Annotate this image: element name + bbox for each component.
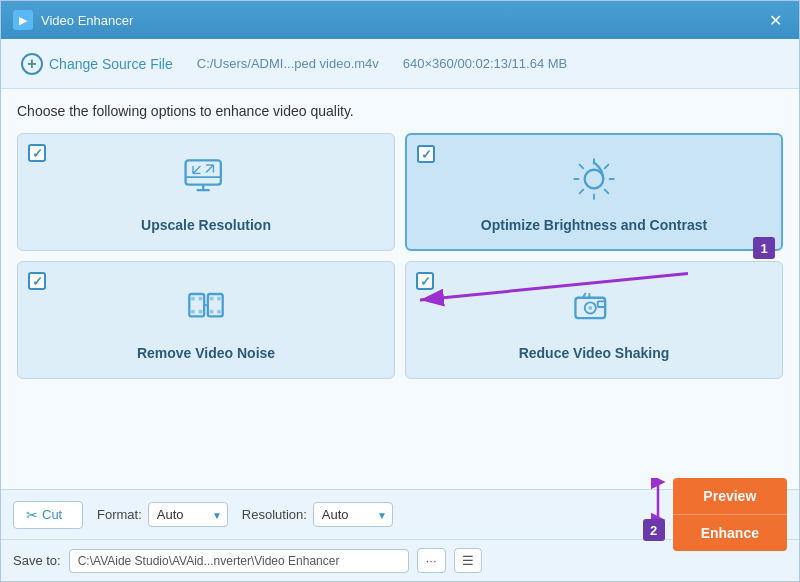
svg-line-17 (604, 164, 609, 169)
main-window: ▶ Video Enhancer ✕ + Change Source File … (0, 0, 800, 582)
resolution-select-wrap: Auto 720p 1080p 4K ▼ (313, 502, 393, 527)
options-wrapper: Upscale Resolution (17, 133, 783, 479)
annotation-badge-1: 1 (753, 237, 775, 259)
bottom-bar: ✂ Cut Format: Auto MP4 AVI MOV ▼ Resolut… (1, 489, 799, 539)
film-icon (178, 279, 234, 335)
svg-line-31 (420, 274, 688, 300)
main-content: Choose the following options to enhance … (1, 89, 799, 489)
svg-line-16 (604, 189, 609, 194)
brightness-checkbox[interactable] (417, 145, 435, 163)
save-path: C:\AVAide Studio\AVAid...nverter\Video E… (69, 549, 409, 573)
action-buttons-container: 2 Preview Enhance (673, 478, 787, 551)
monitor-icon (178, 151, 234, 207)
svg-rect-25 (199, 310, 203, 314)
file-meta: 640×360/00:02:13/11.64 MB (403, 56, 567, 71)
brightness-label: Optimize Brightness and Contrast (481, 217, 707, 233)
svg-rect-0 (186, 160, 221, 184)
shaking-label: Reduce Video Shaking (519, 345, 670, 361)
browse-button[interactable]: ··· (417, 548, 446, 573)
annotation-badge-2: 2 (643, 519, 665, 541)
option-upscale[interactable]: Upscale Resolution (17, 133, 395, 251)
svg-rect-24 (199, 297, 203, 301)
option-noise[interactable]: Remove Video Noise (17, 261, 395, 379)
cut-button[interactable]: ✂ Cut (13, 501, 83, 529)
svg-point-10 (585, 170, 604, 189)
toolbar: + Change Source File C:/Users/ADMI...ped… (1, 39, 799, 89)
svg-rect-26 (210, 297, 214, 301)
svg-line-6 (206, 165, 213, 172)
option-shaking[interactable]: Reduce Video Shaking (405, 261, 783, 379)
enhance-button[interactable]: Enhance (673, 514, 787, 551)
noise-checkbox[interactable] (28, 272, 46, 290)
format-label: Format: (97, 507, 142, 522)
svg-rect-22 (191, 297, 195, 301)
resolution-select[interactable]: Auto 720p 1080p 4K (313, 502, 393, 527)
svg-line-18 (579, 189, 584, 194)
sun-icon (566, 151, 622, 207)
resolution-group: Resolution: Auto 720p 1080p 4K ▼ (242, 502, 393, 527)
upscale-checkbox[interactable] (28, 144, 46, 162)
change-source-button[interactable]: + Change Source File (13, 49, 181, 79)
format-group: Format: Auto MP4 AVI MOV ▼ (97, 502, 228, 527)
shaking-checkbox[interactable] (416, 272, 434, 290)
scissors-icon: ✂ (26, 507, 38, 523)
window-title: Video Enhancer (41, 13, 763, 28)
format-select-wrap: Auto MP4 AVI MOV ▼ (148, 502, 228, 527)
file-path: C:/Users/ADMI...ped video.m4v (197, 56, 379, 71)
save-label: Save to: (13, 553, 61, 568)
svg-line-15 (579, 164, 584, 169)
change-source-label: Change Source File (49, 56, 173, 72)
svg-line-9 (193, 166, 200, 173)
title-bar: ▶ Video Enhancer ✕ (1, 1, 799, 39)
cut-label: Cut (42, 507, 62, 522)
resolution-label: Resolution: (242, 507, 307, 522)
camera-shake-icon (566, 279, 622, 335)
options-grid: Upscale Resolution (17, 133, 783, 379)
format-select[interactable]: Auto MP4 AVI MOV (148, 502, 228, 527)
svg-rect-23 (191, 310, 195, 314)
folder-view-button[interactable]: ☰ (454, 548, 482, 573)
svg-rect-28 (217, 297, 221, 301)
preview-button[interactable]: Preview (673, 478, 787, 514)
noise-label: Remove Video Noise (137, 345, 275, 361)
svg-rect-29 (217, 310, 221, 314)
option-brightness[interactable]: Optimize Brightness and Contrast 1 (405, 133, 783, 251)
svg-rect-27 (210, 310, 214, 314)
close-button[interactable]: ✕ (763, 8, 787, 32)
app-icon: ▶ (13, 10, 33, 30)
svg-point-37 (588, 306, 592, 310)
plus-icon: + (21, 53, 43, 75)
upscale-label: Upscale Resolution (141, 217, 271, 233)
description-text: Choose the following options to enhance … (17, 103, 783, 119)
